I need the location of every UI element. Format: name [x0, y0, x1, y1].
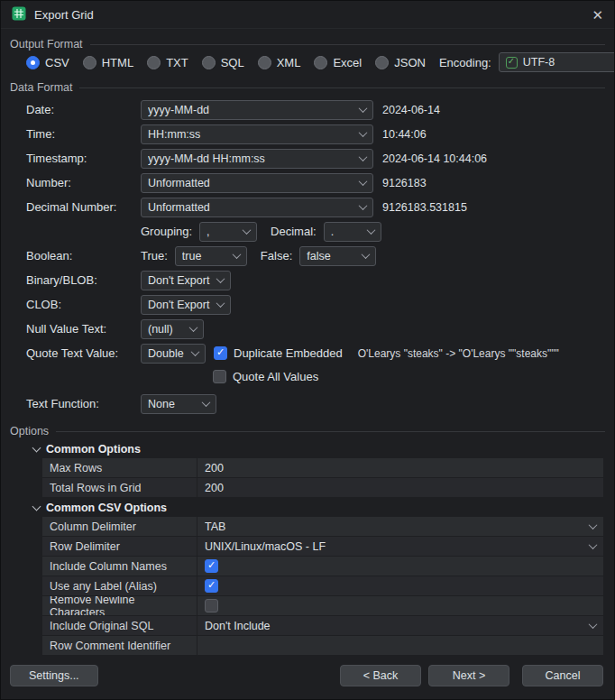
- radio-icon: [202, 56, 216, 69]
- grouping-select[interactable]: ,: [199, 222, 257, 242]
- option-row-max-rows[interactable]: Max Rows 200: [42, 458, 603, 478]
- clob-value: Don't Export: [148, 299, 212, 311]
- option-value-cell[interactable]: 200: [197, 458, 603, 477]
- option-row-include-column-names[interactable]: Include Column Names: [42, 557, 603, 576]
- null-value-text-select[interactable]: (null): [141, 319, 204, 339]
- duplicate-embedded-checkbox-item[interactable]: Duplicate Embedded: [214, 346, 343, 360]
- chevron-down-icon: [589, 540, 598, 549]
- boolean-true-value: true: [182, 250, 228, 262]
- encoding-select[interactable]: UTF-8: [499, 52, 615, 72]
- quote-text-value-select[interactable]: Double: [141, 344, 206, 364]
- settings-button[interactable]: Settings...: [10, 665, 98, 686]
- grouping-row: Grouping: , Decimal: .: [26, 219, 603, 244]
- text-function-select[interactable]: None: [141, 394, 216, 414]
- radio-xml[interactable]: XML: [258, 56, 301, 69]
- option-row-use-any-label[interactable]: Use any Label (Alias): [42, 576, 603, 596]
- data-format-section-label: Data Format: [10, 81, 72, 94]
- radio-excel-label: Excel: [333, 56, 362, 69]
- radio-html[interactable]: HTML: [83, 56, 133, 69]
- option-value-cell[interactable]: 200: [197, 478, 603, 497]
- decimal-sep-select[interactable]: .: [324, 222, 381, 242]
- group-common-csv-options[interactable]: Common CSV Options: [33, 498, 603, 517]
- column-delimiter-value: TAB: [205, 520, 584, 533]
- clob-select[interactable]: Don't Export: [141, 295, 231, 315]
- text-function-label: Text Function:: [26, 397, 141, 410]
- number-format-select[interactable]: Unformatted: [141, 173, 373, 193]
- text-function-value: None: [148, 398, 197, 410]
- row-comment-identifier-label: Row Comment Identifier: [50, 640, 170, 652]
- quote-example-text: O'Learys "steaks" -> "O'Learys ""steaks"…: [358, 347, 559, 360]
- option-row-total-rows[interactable]: Total Rows in Grid 200: [42, 478, 603, 498]
- option-row-row-delimiter[interactable]: Row Delimiter UNIX/Linux/macOS - LF: [42, 537, 603, 557]
- boolean-row: Boolean: True: true False: false: [26, 244, 603, 268]
- radio-csv-label: CSV: [45, 56, 69, 69]
- quote-text-value-row: Quote Text Value: Double Duplicate Embed…: [26, 341, 603, 365]
- number-format-value: Unformatted: [148, 177, 354, 189]
- remove-newline-checkbox[interactable]: [197, 596, 603, 615]
- time-format-select[interactable]: HH:mm:ss: [141, 124, 373, 144]
- option-row-include-original-sql[interactable]: Include Original SQL Don't Include: [42, 616, 603, 636]
- chevron-down-icon: [366, 226, 375, 235]
- radio-csv[interactable]: CSV: [26, 56, 69, 69]
- encoding-label: Encoding:: [439, 56, 491, 69]
- next-button[interactable]: Next >: [428, 665, 509, 686]
- time-preview: 10:44:06: [382, 128, 427, 141]
- chevron-down-icon: [359, 128, 368, 137]
- row-delimiter-value: UNIX/Linux/macOS - LF: [205, 540, 584, 553]
- decimal-number-label: Decimal Number:: [26, 200, 141, 214]
- option-row-remove-newline[interactable]: Remove Newline Characters: [42, 596, 603, 616]
- option-row-row-comment-identifier[interactable]: Row Comment Identifier: [42, 636, 603, 656]
- decimal-number-row: Decimal Number: Unformatted 9126183.5318…: [26, 195, 603, 219]
- decimal-number-format-select[interactable]: Unformatted: [141, 198, 373, 217]
- chevron-down-icon: [243, 226, 252, 235]
- cancel-button[interactable]: Cancel: [522, 665, 603, 686]
- option-label-cell: Row Comment Identifier: [42, 636, 197, 655]
- section-data-format: Data Format: [1, 81, 614, 94]
- boolean-label: Boolean:: [26, 249, 141, 262]
- export-grid-icon: [12, 6, 26, 23]
- boolean-false-select[interactable]: false: [299, 246, 376, 266]
- option-label-cell: Total Rows in Grid: [42, 478, 197, 497]
- grouping-value: ,: [207, 226, 238, 238]
- radio-sql[interactable]: SQL: [202, 56, 244, 69]
- use-any-label-checkbox[interactable]: [197, 576, 603, 595]
- radio-html-label: HTML: [102, 56, 133, 69]
- include-column-names-checkbox[interactable]: [197, 557, 603, 576]
- timestamp-preview: 2024-06-14 10:44:06: [382, 152, 487, 165]
- radio-txt[interactable]: TXT: [147, 56, 188, 69]
- options-section-label: Options: [10, 425, 49, 438]
- checked-box-icon: [506, 57, 518, 69]
- column-delimiter-select[interactable]: TAB: [197, 517, 603, 536]
- back-button[interactable]: < Back: [340, 665, 421, 686]
- time-label: Time:: [26, 127, 141, 141]
- timestamp-label: Timestamp:: [26, 152, 141, 165]
- binary-blob-label: Binary/BLOB:: [26, 273, 141, 287]
- option-row-column-delimiter[interactable]: Column Delimiter TAB: [42, 517, 603, 537]
- checkbox-unchecked-icon: [205, 599, 218, 612]
- encoding-value: UTF-8: [523, 56, 615, 69]
- radio-json[interactable]: JSON: [375, 56, 426, 69]
- quote-all-values-checkbox-item[interactable]: Quote All Values: [213, 370, 318, 383]
- options-table-common: Max Rows 200 Total Rows in Grid 200: [42, 458, 603, 498]
- radio-sql-label: SQL: [221, 56, 244, 69]
- quote-text-value-label: Quote Text Value:: [26, 346, 141, 360]
- chevron-down-icon: [589, 520, 598, 530]
- row-comment-identifier-field[interactable]: [197, 636, 603, 655]
- null-value-text-label: Null Value Text:: [26, 322, 141, 336]
- clob-label: CLOB:: [26, 298, 141, 311]
- boolean-true-select[interactable]: true: [175, 246, 247, 266]
- group-common-options[interactable]: Common Options: [33, 439, 603, 458]
- timestamp-format-select[interactable]: yyyy-MM-dd HH:mm:ss: [141, 149, 373, 169]
- chevron-down-icon: [191, 347, 200, 356]
- date-format-select[interactable]: yyyy-MM-dd: [141, 100, 373, 120]
- binary-blob-select[interactable]: Don't Export: [141, 271, 231, 290]
- close-icon[interactable]: ✕: [592, 8, 603, 22]
- chevron-expanded-icon: [32, 502, 41, 511]
- include-original-sql-select[interactable]: Don't Include: [197, 616, 603, 635]
- section-options: Options: [1, 425, 614, 438]
- radio-icon: [314, 56, 327, 69]
- row-delimiter-select[interactable]: UNIX/Linux/macOS - LF: [197, 537, 603, 556]
- option-label-cell: Include Column Names: [42, 557, 197, 576]
- radio-excel[interactable]: Excel: [314, 56, 362, 69]
- section-output-format: Output Format: [1, 38, 614, 51]
